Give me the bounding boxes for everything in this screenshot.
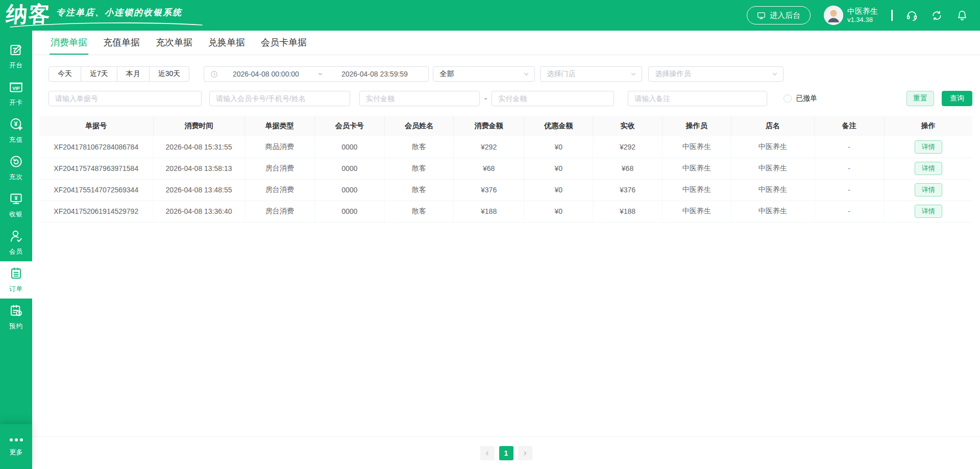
bills-table: 单据号消费时间单据类型会员卡号会员姓名消费金额优惠金额实收操作员店名备注操作 X… — [39, 116, 972, 223]
detail-button[interactable]: 详情 — [915, 140, 942, 154]
tab-bar: 消费单据充值单据充次单据兑换单据会员卡单据 — [32, 31, 980, 55]
store-select[interactable]: 选择门店 — [540, 66, 642, 82]
cell-amount: ¥68 — [454, 158, 524, 179]
account-info[interactable]: 中医养生 v1.34.38 — [824, 6, 878, 25]
sidebar-item-label: 预约 — [9, 322, 23, 331]
tab-recharge[interactable]: 充值单据 — [102, 31, 141, 55]
quick-range-button-2[interactable]: 本月 — [117, 66, 150, 82]
recharge-icon: ¥ — [9, 117, 23, 133]
sync-icon[interactable] — [931, 10, 943, 21]
table-row: XF20417810672840867842026-04-08 15:31:55… — [39, 136, 972, 158]
cell-operator: 中医养生 — [662, 179, 731, 201]
current-page-button[interactable]: 1 — [499, 446, 513, 460]
column-header: 单据号 — [39, 116, 153, 136]
sidebar-item-recharge[interactable]: ¥充值 — [0, 112, 32, 150]
sidebar-item-member[interactable]: 会员 — [0, 224, 32, 261]
tab-exchange[interactable]: 兑换单据 — [207, 31, 246, 55]
cell-paid: ¥376 — [593, 179, 662, 201]
tagline-underline-swoosh — [9, 21, 204, 29]
prev-page-button[interactable]: ‹ — [480, 446, 495, 460]
cell-time: 2026-04-08 15:31:55 — [153, 136, 244, 158]
quick-range-button-1[interactable]: 近7天 — [81, 66, 117, 82]
svg-text:¥: ¥ — [14, 120, 18, 128]
avatar — [824, 6, 843, 25]
bell-icon[interactable] — [956, 10, 968, 21]
sidebar: 开台VIP开卡¥充值充次¥收银会员订单预约 更多 — [0, 31, 32, 469]
cell-remark: - — [814, 158, 884, 179]
pagination-footer: ‹ 1 › — [32, 436, 980, 469]
sidebar-item-cashier[interactable]: ¥收银 — [0, 187, 32, 224]
sidebar-item-orders[interactable]: 订单 — [0, 261, 32, 299]
filter-row-2: - 已撤单 重置 查询 — [48, 91, 972, 106]
member-icon — [9, 229, 23, 245]
sidebar-item-label: 收银 — [9, 210, 23, 219]
vip-card-icon: VIP — [9, 80, 23, 96]
member-search-input[interactable] — [209, 91, 350, 106]
operator-select[interactable]: 选择操作员 — [648, 66, 783, 82]
cell-action: 详情 — [884, 179, 972, 201]
quick-range-button-3[interactable]: 近30天 — [149, 66, 190, 82]
column-header: 消费时间 — [153, 116, 244, 136]
column-header: 备注 — [814, 116, 884, 136]
quick-range-button-0[interactable]: 今天 — [48, 66, 81, 82]
recharge-times-icon — [9, 155, 23, 170]
customer-service-icon[interactable] — [906, 10, 918, 21]
date-range-picker[interactable]: 2026-04-08 00:00:00 ~ 2026-04-08 23:59:5… — [204, 66, 429, 82]
cell-discount: ¥0 — [524, 136, 593, 158]
main-content: 消费单据充值单据充次单据兑换单据会员卡单据 今天近7天本月近30天 2026-0… — [32, 31, 980, 469]
cell-card_no: 0000 — [314, 136, 384, 158]
cell-remark: - — [814, 201, 884, 222]
cell-store: 中医养生 — [731, 201, 814, 222]
cancelled-radio[interactable]: 已撤单 — [783, 94, 817, 103]
sidebar-item-recharge-times[interactable]: 充次 — [0, 150, 32, 187]
cell-type: 房台消费 — [244, 179, 314, 201]
cell-action: 详情 — [884, 158, 972, 179]
cell-bill_no: XF2041752061914529792 — [39, 201, 153, 222]
cell-paid: ¥292 — [593, 136, 662, 158]
column-header: 消费金额 — [454, 116, 524, 136]
cell-member: 散客 — [384, 201, 453, 222]
sidebar-item-open-card[interactable]: VIP开卡 — [0, 75, 32, 112]
bill-no-input[interactable] — [48, 91, 202, 106]
cell-time: 2026-04-08 13:58:13 — [153, 158, 244, 179]
cell-card_no: 0000 — [314, 179, 384, 201]
remark-input[interactable] — [628, 91, 767, 106]
bill-type-select[interactable]: 全部 — [433, 66, 535, 82]
tab-times[interactable]: 充次单据 — [155, 31, 193, 55]
amount-min-input[interactable] — [359, 91, 480, 106]
column-header: 实收 — [593, 116, 662, 136]
date-quick-buttons: 今天近7天本月近30天 — [48, 66, 189, 82]
cell-store: 中医养生 — [731, 136, 814, 158]
cell-type: 房台消费 — [244, 158, 314, 179]
amount-max-input[interactable] — [492, 91, 614, 106]
cell-discount: ¥0 — [524, 179, 593, 201]
app-root: 纳客 专注单店、小连锁的收银系统 进入后台 中医养生 v1.34.38 — [0, 0, 980, 469]
column-header: 操作 — [884, 116, 972, 136]
cell-type: 房台消费 — [244, 201, 314, 222]
column-header: 会员卡号 — [314, 116, 384, 136]
cell-store: 中医养生 — [731, 158, 814, 179]
detail-button[interactable]: 详情 — [915, 205, 942, 218]
detail-button[interactable]: 详情 — [915, 162, 942, 175]
store-select-placeholder: 选择门店 — [547, 69, 575, 79]
app-header: 纳客 专注单店、小连锁的收银系统 进入后台 中医养生 v1.34.38 — [0, 0, 980, 31]
cell-time: 2026-04-08 13:36:40 — [153, 201, 244, 222]
reset-button[interactable]: 重置 — [906, 91, 934, 106]
sidebar-item-open-table[interactable]: 开台 — [0, 38, 32, 75]
radio-circle-icon — [783, 94, 792, 103]
enter-backend-button[interactable]: 进入后台 — [747, 6, 811, 24]
tab-consume[interactable]: 消费单据 — [50, 31, 88, 55]
tab-member-card[interactable]: 会员卡单据 — [260, 31, 308, 55]
query-button[interactable]: 查询 — [942, 91, 972, 106]
cell-operator: 中医养生 — [662, 201, 731, 222]
cell-discount: ¥0 — [524, 201, 593, 222]
cell-action: 详情 — [884, 201, 972, 222]
sidebar-item-more[interactable]: 更多 — [0, 424, 32, 469]
cell-operator: 中医养生 — [662, 158, 731, 179]
next-page-button[interactable]: › — [518, 446, 532, 460]
cell-member: 散客 — [384, 136, 453, 158]
cell-type: 商品消费 — [244, 136, 314, 158]
sidebar-item-booking[interactable]: 预约 — [0, 299, 32, 336]
open-table-icon — [9, 43, 23, 59]
detail-button[interactable]: 详情 — [915, 183, 942, 196]
